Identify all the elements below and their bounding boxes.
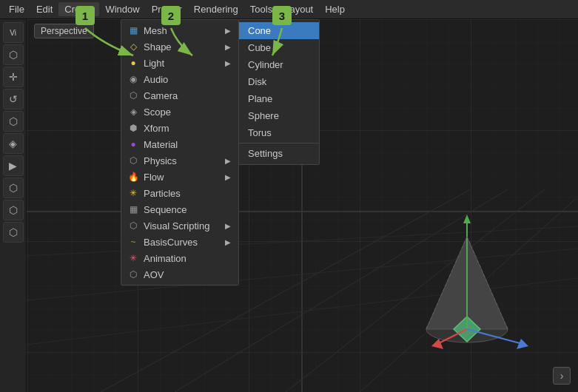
flow-label: Flow	[144, 172, 164, 183]
toolbar-select-btn[interactable]: ⬡	[3, 44, 24, 65]
submenu-item-torus[interactable]: Torus	[239, 124, 319, 141]
menu-item-aov[interactable]: ⬡ AOV	[121, 266, 238, 283]
shape-label: Shape	[144, 41, 172, 53]
mesh-icon: ▦	[127, 24, 139, 36]
toolbar-view-btn[interactable]: Vi	[3, 22, 24, 43]
sequence-label: Sequence	[144, 204, 187, 215]
expand-arrow-btn[interactable]: ›	[553, 367, 571, 385]
toolbar-move-btn[interactable]: ✛	[3, 67, 24, 87]
disk-label: Disk	[248, 76, 266, 87]
toolbar-rotate-btn[interactable]: ↺	[3, 89, 24, 109]
basis-curves-label: BasisCurves	[144, 237, 198, 248]
menu-item-audio[interactable]: ◉ Audio	[121, 71, 238, 87]
scope-icon: ◈	[127, 106, 139, 118]
submenu-item-disk[interactable]: Disk	[239, 73, 319, 90]
menu-item-basis-curves[interactable]: ~ BasisCurves ▶	[121, 234, 238, 250]
animation-icon: ✳	[127, 252, 139, 264]
menu-item-flow[interactable]: 🔥 Flow ▶	[121, 169, 238, 185]
mesh-submenu: Cone Cube Cylinder Disk Plane Sphere Tor…	[238, 19, 320, 165]
toolbar-visibility-btn[interactable]: ⬡	[3, 200, 24, 220]
step-1-label: 1	[75, 6, 95, 25]
torus-label: Torus	[248, 127, 272, 138]
mesh-label: Mesh	[144, 25, 167, 36]
light-arrow: ▶	[225, 59, 231, 67]
create-dropdown: ▦ Mesh ▶ ◇ Shape ▶ ● Light ▶ ◉ Audio ⬡ C…	[121, 19, 239, 285]
toolbar-play-btn[interactable]: ▶	[3, 155, 24, 176]
physics-label: Physics	[144, 155, 177, 166]
submenu-item-settings[interactable]: Settings	[239, 145, 319, 162]
menu-edit[interactable]: Edit	[30, 2, 58, 16]
menu-item-particles[interactable]: ✳ Particles	[121, 185, 238, 201]
flow-arrow: ▶	[225, 173, 231, 181]
audio-icon: ◉	[127, 73, 139, 85]
menu-item-sequence[interactable]: ▦ Sequence	[121, 201, 238, 217]
visual-scripting-arrow: ▶	[225, 222, 231, 230]
cone-label: Cone	[248, 25, 271, 36]
menu-help[interactable]: Help	[319, 2, 351, 16]
visual-scripting-icon: ⬡	[127, 220, 139, 232]
shape-arrow: ▶	[225, 43, 231, 51]
sequence-icon: ▦	[127, 203, 139, 215]
svg-marker-20	[517, 339, 528, 349]
physics-arrow: ▶	[225, 157, 231, 165]
light-icon: ●	[127, 57, 139, 69]
cylinder-label: Cylinder	[248, 59, 283, 70]
menu-item-physics[interactable]: ⬡ Physics ▶	[121, 152, 238, 169]
basis-curves-arrow: ▶	[225, 238, 231, 246]
submenu-item-sphere[interactable]: Sphere	[239, 107, 319, 124]
cube-label: Cube	[248, 42, 271, 53]
xform-icon: ⬢	[127, 122, 139, 134]
material-icon: ●	[127, 138, 139, 150]
step-3-label: 3	[272, 6, 292, 25]
menu-rendering[interactable]: Rendering	[188, 2, 244, 16]
plane-label: Plane	[248, 93, 272, 104]
menu-item-material[interactable]: ● Material	[121, 136, 238, 152]
basis-curves-icon: ~	[127, 236, 139, 248]
toolbar-scale-btn[interactable]: ⬡	[3, 111, 24, 132]
settings-label: Settings	[248, 148, 283, 159]
menu-item-light[interactable]: ● Light ▶	[121, 55, 238, 71]
menu-window[interactable]: Window	[99, 2, 145, 16]
menu-file[interactable]: File	[3, 2, 30, 16]
material-label: Material	[144, 139, 178, 150]
submenu-item-cylinder[interactable]: Cylinder	[239, 56, 319, 73]
step-2-label: 2	[161, 6, 181, 25]
submenu-item-plane[interactable]: Plane	[239, 90, 319, 107]
cone-3d-object	[393, 207, 541, 355]
sphere-label: Sphere	[248, 110, 279, 121]
particles-label: Particles	[144, 188, 181, 199]
perspective-label[interactable]: Perspective	[34, 24, 94, 38]
menu-item-camera[interactable]: ⬡ Camera	[121, 87, 238, 104]
menu-item-animation[interactable]: ✳ Animation	[121, 250, 238, 266]
svg-marker-16	[463, 214, 471, 223]
toolbar-extra-btn[interactable]: ⬡	[3, 222, 24, 243]
xform-label: Xform	[144, 123, 169, 134]
menu-item-visual-scripting[interactable]: ⬡ Visual Scripting ▶	[121, 217, 238, 234]
svg-marker-18	[431, 339, 443, 349]
toolbar-snap-btn[interactable]: ⬡	[3, 178, 24, 198]
audio-label: Audio	[144, 74, 168, 85]
left-toolbar: Vi ⬡ ✛ ↺ ⬡ ◈ ▶ ⬡ ⬡ ⬡	[0, 19, 27, 392]
aov-icon: ⬡	[127, 268, 139, 280]
shape-icon: ◇	[127, 41, 139, 53]
menu-item-mesh[interactable]: ▦ Mesh ▶	[121, 22, 238, 38]
submenu-item-cube[interactable]: Cube	[239, 39, 319, 56]
menu-item-xform[interactable]: ⬢ Xform	[121, 120, 238, 136]
scope-label: Scope	[144, 107, 171, 118]
toolbar-pivot-btn[interactable]: ◈	[3, 133, 24, 154]
menu-item-scope[interactable]: ◈ Scope	[121, 104, 238, 120]
animation-label: Animation	[144, 253, 186, 264]
visual-scripting-label: Visual Scripting	[144, 220, 209, 232]
camera-label: Camera	[144, 90, 178, 101]
flow-icon: 🔥	[127, 171, 139, 183]
camera-icon: ⬡	[127, 89, 139, 101]
aov-label: AOV	[144, 269, 164, 280]
physics-icon: ⬡	[127, 155, 139, 166]
mesh-arrow: ▶	[225, 27, 231, 35]
light-label: Light	[144, 58, 164, 69]
mesh-submenu-separator	[239, 143, 319, 143]
menu-item-shape[interactable]: ◇ Shape ▶	[121, 38, 238, 55]
particles-icon: ✳	[127, 187, 139, 199]
